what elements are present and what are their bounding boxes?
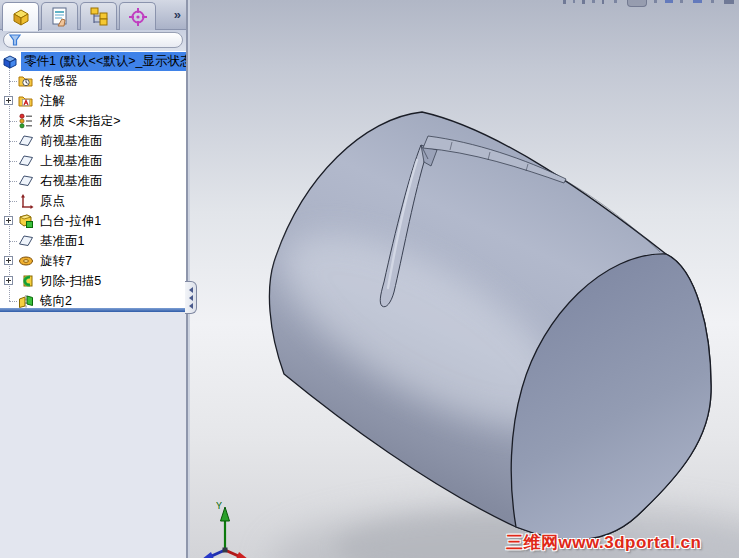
tree-item-boss-extrude1[interactable]: 凸台-拉伸1: [0, 211, 186, 231]
boss-extrude-icon: [18, 213, 34, 229]
tree-item-label: 凸台-拉伸1: [37, 212, 104, 231]
tree-item-label: 切除-扫描5: [37, 272, 104, 291]
tree-item-annotations[interactable]: 注解: [0, 91, 186, 111]
tree-item-label: 右视基准面: [37, 172, 106, 191]
plane-icon: [18, 173, 34, 189]
configurationmanager-tab[interactable]: [80, 2, 117, 30]
tree-item-label: 原点: [37, 192, 68, 211]
mirror-icon: [18, 293, 34, 308]
cut-sweep-icon: [18, 273, 34, 289]
model-cylinder[interactable]: [190, 0, 739, 558]
panel-bottom-area: [0, 312, 186, 558]
tree-item-sensors[interactable]: 传感器: [0, 71, 186, 91]
tree-item-label: 注解: [37, 92, 68, 111]
plane-icon: [18, 133, 34, 149]
sensors-folder-icon: [18, 73, 34, 89]
panel-splitter-handle[interactable]: [185, 281, 197, 314]
tree-item-right-plane[interactable]: 右视基准面: [0, 171, 186, 191]
tree-item-label: 零件1 (默认<<默认>_显示状态: [21, 52, 186, 71]
origin-icon: [18, 193, 34, 209]
tree-item-label: 旋转7: [37, 252, 75, 271]
revolve-icon: [18, 253, 34, 269]
graphics-area[interactable]: Y 三维网www.3dportal.cn: [190, 0, 739, 558]
tree-item-label: 镜向2: [37, 292, 75, 309]
tree-item-label: 上视基准面: [37, 152, 106, 171]
filter-funnel-icon: [7, 32, 23, 48]
tree-item-label: 材质 <未指定>: [37, 112, 124, 131]
document-hand-icon: [49, 6, 71, 28]
annotations-folder-icon: [18, 93, 34, 109]
expand-toggle[interactable]: [4, 96, 13, 105]
tree-item-label: 基准面1: [37, 232, 87, 251]
propertymanager-tab[interactable]: [41, 2, 78, 30]
target-icon: [127, 6, 149, 28]
tree-item-cut-sweep5[interactable]: 切除-扫描5: [0, 271, 186, 291]
material-icon: [18, 113, 34, 129]
tree-item-label: 传感器: [37, 72, 81, 91]
triad-origin: [223, 548, 228, 553]
plane-icon: [18, 233, 34, 249]
tree-item-top-plane[interactable]: 上视基准面: [0, 151, 186, 171]
solidworks-window: » 零件1 (默认<<默认>_显示状态: [0, 0, 739, 558]
part-icon: [2, 53, 18, 69]
tree-item-plane1[interactable]: 基准面1: [0, 231, 186, 251]
tree-item-part-root[interactable]: 零件1 (默认<<默认>_显示状态: [0, 51, 186, 71]
reference-triad: Y: [196, 498, 260, 558]
dimxpertmanager-tab[interactable]: [119, 2, 156, 30]
filter-box: [3, 32, 183, 48]
expand-toggle[interactable]: [4, 276, 13, 285]
filter-input[interactable]: [23, 34, 182, 46]
tree-item-mirror2[interactable]: 镜向2: [0, 291, 186, 308]
collapse-arrow-icon: [189, 295, 193, 301]
tree-item-revolve7[interactable]: 旋转7: [0, 251, 186, 271]
triad-y-label: Y: [216, 501, 222, 512]
tree-item-front-plane[interactable]: 前视基准面: [0, 131, 186, 151]
feature-tree: 零件1 (默认<<默认>_显示状态 传感器: [0, 51, 186, 308]
expand-toggle[interactable]: [4, 256, 13, 265]
expand-toggle[interactable]: [4, 216, 13, 225]
part-block-icon: [10, 6, 32, 28]
panel-overflow-button[interactable]: »: [174, 7, 181, 22]
tree-item-origin[interactable]: 原点: [0, 191, 186, 211]
collapse-arrow-icon: [189, 287, 193, 293]
feature-manager-panel: » 零件1 (默认<<默认>_显示状态: [0, 0, 188, 558]
featuremanager-tab[interactable]: [2, 2, 39, 31]
watermark: 三维网www.3dportal.cn: [506, 531, 701, 554]
tree-item-material[interactable]: 材质 <未指定>: [0, 111, 186, 131]
filter-row: [0, 30, 186, 51]
manager-tab-bar: »: [0, 0, 186, 30]
collapse-arrow-icon: [189, 303, 193, 309]
plane-icon: [18, 153, 34, 169]
configurations-icon: [88, 6, 110, 28]
tree-item-label: 前视基准面: [37, 132, 106, 151]
